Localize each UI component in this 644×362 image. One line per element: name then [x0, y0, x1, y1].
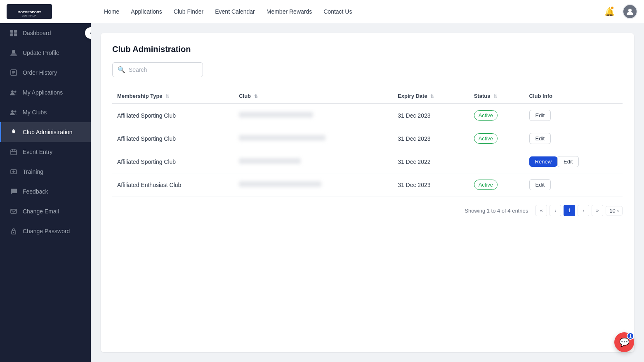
sidebar-item-my-applications[interactable]: My Applications	[0, 83, 91, 102]
pagination-last[interactable]: »	[592, 205, 603, 216]
top-nav: MOTORSPORT AUSTRALIA Home Applications C…	[0, 0, 644, 23]
cell-club	[234, 104, 393, 127]
sidebar-label-club-administration: Club Administration	[23, 129, 73, 135]
search-box: 🔍	[112, 62, 203, 77]
nav-contact-us[interactable]: Contact Us	[323, 8, 352, 15]
my-clubs-icon	[9, 108, 18, 116]
sidebar-item-change-email[interactable]: Change Email	[0, 201, 91, 221]
status-badge: Active	[474, 133, 498, 144]
nav-home[interactable]: Home	[104, 8, 119, 15]
layout: ‹ Dashboard Update Profile	[0, 23, 644, 362]
cell-membership-type: Affiliated Enthusiast Club	[112, 173, 234, 196]
cell-expiry-date: 31 Dec 2022	[393, 150, 469, 173]
cell-club-info: Edit	[524, 173, 623, 196]
col-expiry-date[interactable]: Expiry Date ⇅	[393, 89, 469, 104]
sidebar-item-order-history[interactable]: Order History	[0, 63, 91, 83]
pagination-prev[interactable]: ‹	[550, 205, 561, 216]
cell-membership-type: Affiliated Sporting Club	[112, 104, 234, 127]
cell-club	[234, 150, 393, 173]
col-club[interactable]: Club ⇅	[234, 89, 393, 104]
edit-button[interactable]: Edit	[529, 133, 551, 144]
svg-point-16	[14, 111, 17, 113]
edit-button[interactable]: Edit	[557, 156, 579, 167]
event-entry-icon	[9, 148, 18, 156]
feedback-icon	[9, 187, 18, 196]
cell-club-info: Edit	[524, 127, 623, 150]
status-badge: Active	[474, 180, 498, 190]
nav-event-calendar[interactable]: Event Calendar	[215, 8, 255, 15]
edit-button[interactable]: Edit	[529, 110, 551, 121]
sidebar-item-update-profile[interactable]: Update Profile	[0, 43, 91, 63]
notification-bell[interactable]: 🔔	[603, 5, 616, 18]
main-content: Club Administration 🔍 Membership Type ⇅ …	[91, 23, 644, 362]
sidebar: ‹ Dashboard Update Profile	[0, 23, 91, 362]
nav-links: Home Applications Club Finder Event Cale…	[97, 8, 603, 15]
cell-status: Active	[469, 104, 524, 127]
cell-club-info: RenewEdit	[524, 150, 623, 173]
svg-point-8	[12, 50, 15, 53]
user-avatar[interactable]	[623, 4, 637, 19]
renew-button[interactable]: Renew	[529, 156, 557, 167]
col-status[interactable]: Status ⇅	[469, 89, 524, 104]
nav-member-rewards[interactable]: Member Rewards	[267, 8, 312, 15]
sidebar-item-my-clubs[interactable]: My Clubs	[0, 102, 91, 122]
sidebar-label-my-clubs: My Clubs	[23, 109, 47, 116]
col-membership-type[interactable]: Membership Type ⇅	[112, 89, 234, 104]
pagination-info: Showing 1 to 4 of 4 entries	[465, 208, 528, 214]
sort-expiry-icon: ⇅	[430, 94, 434, 99]
cell-membership-type: Affiliated Sporting Club	[112, 150, 234, 173]
logo: MOTORSPORT AUSTRALIA	[7, 4, 52, 19]
col-club-info: Club Info	[524, 89, 623, 104]
club-admin-table: Membership Type ⇅ Club ⇅ Expiry Date ⇅	[112, 89, 623, 196]
sort-club-icon: ⇅	[254, 94, 258, 99]
sidebar-item-training[interactable]: Training	[0, 162, 91, 182]
svg-point-14	[14, 91, 17, 93]
change-password-icon	[9, 227, 18, 235]
svg-rect-18	[11, 150, 17, 155]
sidebar-label-change-email: Change Email	[23, 208, 59, 215]
svg-rect-5	[14, 30, 17, 33]
sidebar-item-club-administration[interactable]: Club Administration	[0, 122, 91, 142]
pagination-page-1[interactable]: 1	[564, 205, 575, 216]
sidebar-item-change-password[interactable]: Change Password	[0, 221, 91, 241]
sidebar-label-update-profile: Update Profile	[23, 50, 59, 56]
sort-status-icon: ⇅	[493, 94, 497, 99]
cell-expiry-date: 31 Dec 2023	[393, 173, 469, 196]
sidebar-item-event-entry[interactable]: Event Entry	[0, 142, 91, 162]
table-row: Affiliated Sporting Club31 Dec 2022Renew…	[112, 150, 623, 173]
svg-point-13	[11, 90, 14, 93]
nav-right: 🔔	[603, 4, 637, 19]
chat-bubble[interactable]: 💬 1	[614, 332, 634, 352]
my-applications-icon	[9, 88, 18, 97]
training-icon	[9, 168, 18, 176]
page-size-selector[interactable]: 10 ›	[606, 206, 623, 215]
pagination-first[interactable]: «	[535, 205, 547, 216]
status-badge: Active	[474, 110, 498, 121]
svg-text:AUSTRALIA: AUSTRALIA	[22, 14, 37, 17]
nav-club-finder[interactable]: Club Finder	[174, 8, 203, 15]
cell-membership-type: Affiliated Sporting Club	[112, 127, 234, 150]
sidebar-label-change-password: Change Password	[23, 228, 70, 234]
nav-applications[interactable]: Applications	[131, 8, 162, 15]
sidebar-label-order-history: Order History	[23, 69, 57, 76]
cell-club-info: Edit	[524, 104, 623, 127]
search-input[interactable]	[129, 66, 198, 73]
table-row: Affiliated Sporting Club31 Dec 2023Activ…	[112, 127, 623, 150]
cell-status	[469, 150, 524, 173]
notification-badge	[610, 6, 614, 10]
sidebar-item-dashboard[interactable]: Dashboard	[0, 23, 91, 43]
svg-point-25	[13, 232, 14, 233]
edit-button[interactable]: Edit	[529, 179, 551, 190]
cell-club	[234, 127, 393, 150]
sidebar-label-dashboard: Dashboard	[23, 30, 51, 36]
chat-count-badge: 1	[627, 332, 634, 340]
sidebar-label-training: Training	[23, 168, 43, 175]
svg-point-15	[11, 110, 14, 113]
sidebar-item-feedback[interactable]: Feedback	[0, 182, 91, 201]
sidebar-label-feedback: Feedback	[23, 188, 48, 195]
content-card: Club Administration 🔍 Membership Type ⇅ …	[101, 33, 634, 352]
pagination-next[interactable]: ›	[578, 205, 589, 216]
club-admin-icon	[9, 128, 18, 136]
table-row: Affiliated Enthusiast Club31 Dec 2023Act…	[112, 173, 623, 196]
logo-area: MOTORSPORT AUSTRALIA	[7, 4, 97, 19]
